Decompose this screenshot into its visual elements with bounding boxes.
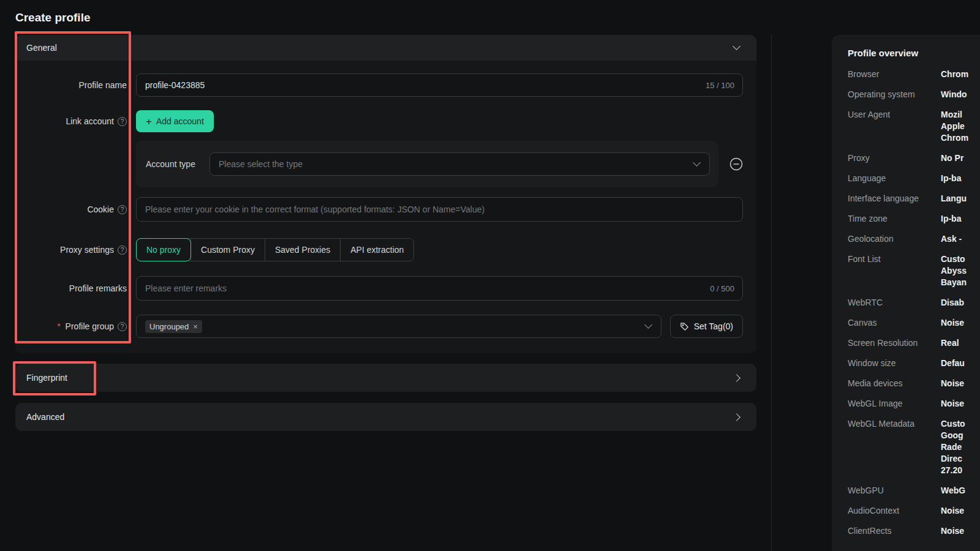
section-header-general[interactable]: General [15,35,756,61]
overview-row-value: Defau [941,358,965,369]
proxy-tab-no-proxy[interactable]: No proxy [136,238,191,261]
help-icon[interactable]: ? [118,246,127,255]
overview-row-value: Custo Abyss Bayan [941,253,967,288]
row-proxy-settings: Proxy settings ? No proxy Custom Proxy S… [15,238,756,261]
chevron-down-icon [693,159,701,167]
overview-row: Interface language Langu [848,193,980,204]
profile-remarks-label-text: Profile remarks [69,283,127,293]
proxy-tab-api-extraction[interactable]: API extraction [340,239,413,261]
overview-row-label: Proxy [848,152,941,164]
overview-row-value: WebG [941,485,965,497]
overview-row-value: Custo Goog Rade Direc 27.20 [941,418,965,476]
overview-row-value: Ask - [941,233,962,245]
overview-row-label: Media devices [848,378,941,389]
profile-overview-title: Profile overview [848,48,980,58]
chevron-right-icon [733,374,741,382]
overview-row-label: AudioContext [848,505,941,517]
overview-row-label: WebGL Metadata [848,418,941,476]
overview-row-label: Interface language [848,193,941,204]
cookie-input[interactable] [136,197,743,222]
overview-row-value: Mozil Apple Chrom [941,109,968,144]
overview-row: Operating system Windo [848,89,980,100]
overview-row: AudioContext Noise [848,505,980,517]
overview-row-value: Disab [941,297,964,309]
profile-remarks-label: Profile remarks [15,283,127,293]
section-header-fingerprint[interactable]: Fingerprint [15,364,756,392]
overview-row: Font List Custo Abyss Bayan [848,253,980,288]
close-icon[interactable]: × [193,323,198,331]
vertical-divider [771,35,772,551]
page-title: Create profile [15,11,90,24]
overview-row-value: Langu [941,193,967,204]
row-profile-group: * Profile group ? Ungrouped × Set Tag(0) [15,315,756,338]
profile-name-label-text: Profile name [78,80,127,90]
overview-row: Time zone Ip-ba [848,213,980,225]
help-icon[interactable]: ? [118,117,127,126]
overview-row: Canvas Noise [848,317,980,329]
section-header-advanced[interactable]: Advanced [15,403,756,431]
overview-row: Browser Chrom [848,69,980,80]
overview-row-label: Geolocation [848,233,941,245]
row-profile-name: Profile name 15 / 100 [15,73,756,97]
proxy-tab-saved-proxies[interactable]: Saved Proxies [265,239,340,261]
account-panel: Account type Please select the type [136,141,718,187]
account-type-placeholder: Please select the type [219,159,303,169]
overview-row-value: No Pr [941,152,963,164]
overview-row: Geolocation Ask - [848,233,980,245]
overview-row: Window size Defau [848,358,980,369]
account-type-label: Account type [146,159,209,169]
overview-row-label: Canvas [848,317,941,329]
cookie-label: Cookie ? [15,204,127,214]
profile-remarks-counter: 0 / 500 [710,284,734,293]
cookie-label-text: Cookie [87,204,114,214]
proxy-tab-group: No proxy Custom Proxy Saved Proxies API … [136,238,414,261]
add-account-button-label: Add account [156,116,204,126]
help-icon[interactable]: ? [118,205,127,214]
help-icon[interactable]: ? [118,322,127,331]
plus-icon: + [146,116,152,127]
group-chip-label: Ungrouped [149,322,189,331]
profile-name-input[interactable] [136,73,743,97]
remove-account-button[interactable] [729,157,743,171]
overview-row: ClientRects Noise [848,525,980,537]
required-asterisk: * [57,321,60,331]
overview-row-value: Noise [941,378,964,389]
overview-row-label: Font List [848,253,941,288]
overview-row-value: Chrom [941,69,968,80]
overview-row-value: Windo [941,89,967,100]
overview-row-value: Noise [941,525,964,537]
set-tag-button[interactable]: Set Tag(0) [670,315,743,338]
add-account-button[interactable]: + Add account [136,110,214,132]
proxy-tab-custom-proxy[interactable]: Custom Proxy [190,239,265,261]
overview-row-label: ClientRects [848,525,941,537]
overview-row-label: Browser [848,69,941,80]
section-label-fingerprint: Fingerprint [26,373,67,383]
profile-group-label-text: Profile group [66,321,114,331]
profile-group-select[interactable]: Ungrouped × [136,315,662,338]
overview-row: WebGPU WebG [848,485,980,497]
minus-circle-icon [729,157,743,171]
account-type-select[interactable]: Please select the type [209,152,710,176]
chevron-right-icon [733,413,741,421]
overview-row-value: Ip-ba [941,213,961,225]
overview-row: Language Ip-ba [848,173,980,184]
overview-row-value: Noise [941,398,964,410]
overview-row-label: User Agent [848,109,941,144]
profile-name-label: Profile name [15,80,127,90]
overview-row: WebGL Metadata Custo Goog Rade Direc 27.… [848,418,980,476]
profile-remarks-input[interactable] [136,276,743,301]
proxy-settings-label-text: Proxy settings [60,245,114,255]
profile-name-counter: 15 / 100 [706,81,734,90]
section-label-advanced: Advanced [26,412,64,422]
tag-icon [680,322,689,331]
profile-group-label: * Profile group ? [15,321,127,331]
overview-row: WebRTC Disab [848,297,980,309]
overview-row-value: Noise [941,505,964,517]
link-account-label: Link account ? [15,116,127,126]
group-chip-ungrouped[interactable]: Ungrouped × [145,320,202,333]
row-account-type: Account type Please select the type [15,141,756,187]
overview-row: User Agent Mozil Apple Chrom [848,109,980,144]
section-general: General Profile name 15 / 100 Link accou… [15,35,756,353]
overview-row-value: Noise [941,317,964,329]
overview-rows: Browser Chrom Operating system Windo Use… [848,69,980,537]
